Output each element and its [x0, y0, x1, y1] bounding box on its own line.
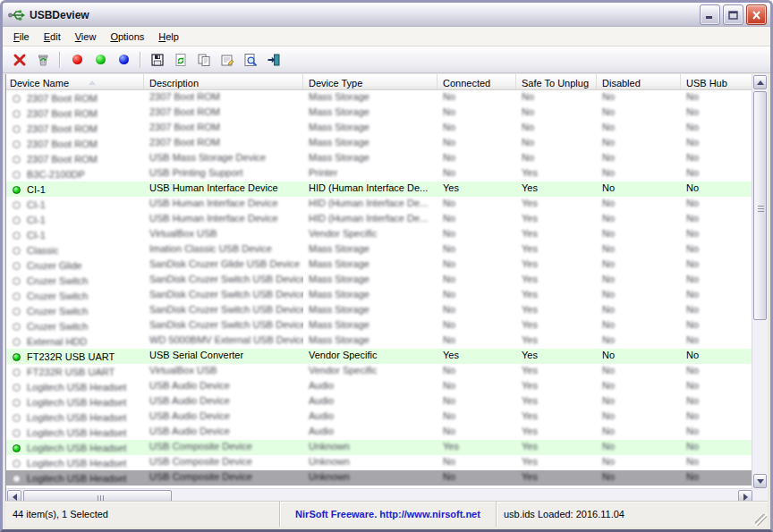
title-bar[interactable]: USBDeview — [3, 3, 770, 27]
menu-view[interactable]: View — [68, 30, 104, 44]
cell-text: No — [686, 395, 699, 406]
table-row[interactable]: 2307 Boot ROM2307 Boot ROMMass StorageNo… — [6, 136, 752, 151]
uninstall-device-button[interactable] — [31, 48, 55, 72]
red-ball-button[interactable] — [65, 48, 89, 72]
maximize-button[interactable] — [723, 4, 743, 25]
cell-text: No — [602, 304, 615, 315]
cell-name: Logitech USB Headset — [6, 440, 144, 455]
table-row[interactable]: Cruzer SwitchSanDisk Cruzer Switch USB D… — [6, 303, 752, 318]
uninstall-icon — [36, 53, 50, 67]
table-row[interactable]: Logitech USB HeadsetUSB Audio DeviceAudi… — [6, 379, 752, 394]
column-header-description[interactable]: Description — [144, 74, 303, 89]
cell-text: USB Audio Device — [149, 426, 230, 436]
table-row[interactable]: 2307 Boot ROM2307 Boot ROMMass StorageNo… — [6, 121, 752, 136]
scroll-up-button[interactable] — [753, 75, 767, 89]
blue-ball-button[interactable] — [112, 48, 135, 72]
column-header-label: Connected — [443, 78, 490, 89]
cell-text: Yes — [522, 410, 538, 421]
table-row[interactable]: Cruzer SwitchSanDisk Cruzer Switch USB D… — [6, 318, 752, 334]
menu-options[interactable]: Options — [103, 30, 151, 44]
menu-file[interactable]: File — [6, 30, 37, 44]
cell-name: CI-1 — [6, 227, 144, 242]
table-row[interactable]: Cruzer GlideSanDisk Cruzer Glide USB Dev… — [6, 258, 752, 273]
table-row[interactable]: Logitech USB HeadsetUSB Composite Device… — [6, 440, 752, 455]
table-row[interactable]: B3C-2100DPUSB Printing SupportPrinterNoY… — [6, 166, 752, 182]
column-header-connected[interactable]: Connected — [437, 74, 516, 89]
cell-type: Audio — [303, 394, 437, 410]
menu-edit[interactable]: Edit — [37, 30, 68, 44]
cell-connected: Yes — [437, 349, 516, 364]
cell-safe: Yes — [516, 318, 597, 334]
table-row[interactable]: ClassicImation Classic USB DeviceMass St… — [6, 242, 752, 258]
cell-name: B3C-2100DP — [6, 166, 144, 182]
cell-text: No — [602, 350, 615, 360]
cell-connected: No — [437, 197, 516, 212]
refresh-button[interactable] — [169, 48, 192, 72]
green-ball-button[interactable] — [89, 48, 112, 72]
menu-help[interactable]: Help — [151, 30, 186, 44]
resize-grip[interactable] — [755, 514, 767, 526]
table-row[interactable]: Logitech USB HeadsetUSB Composite Device… — [6, 455, 752, 470]
cell-text: Yes — [522, 228, 538, 239]
table-row[interactable]: 2307 Boot ROM2307 Boot ROMMass StorageNo… — [6, 90, 752, 106]
table-row[interactable]: 2307 Boot ROMUSB Mass Storage DeviceMass… — [6, 151, 752, 166]
cell-desc: SanDisk Cruzer Switch USB Device — [144, 318, 303, 334]
cell-text: No — [686, 334, 699, 345]
table-row[interactable]: Logitech USB HeadsetUSB Composite Device… — [6, 470, 752, 486]
table-row[interactable]: Cruzer SwitchSanDisk Cruzer Switch USB D… — [6, 273, 752, 288]
table-row[interactable]: CI-1USB Human Interface DeviceHID (Human… — [6, 197, 752, 212]
cell-text: Mass Storage — [309, 274, 370, 284]
vertical-scrollbar[interactable] — [752, 74, 768, 489]
toolbar-separator — [59, 52, 61, 68]
cell-text: No — [443, 395, 455, 406]
cell-text: No — [602, 213, 615, 224]
table-row[interactable]: FT232R USB UARTVirtualBox USBVendor Spec… — [6, 364, 752, 379]
cell-text: USB Human Interface Device — [149, 182, 278, 193]
cell-connected: No — [437, 90, 516, 106]
table-row[interactable]: FT232R USB UARTUSB Serial ConverterVendo… — [6, 349, 752, 364]
cell-text: Imation Classic USB Device — [149, 243, 272, 254]
exit-button[interactable] — [262, 48, 285, 72]
copy-button[interactable] — [192, 48, 216, 72]
find-button[interactable] — [239, 48, 262, 72]
column-header-device-type[interactable]: Device Type — [303, 74, 437, 89]
table-row[interactable]: Logitech USB HeadsetUSB Audio DeviceAudi… — [6, 410, 752, 425]
table-row[interactable]: Logitech USB HeadsetUSB Audio DeviceAudi… — [6, 394, 752, 410]
refresh-icon — [174, 53, 188, 67]
cell-safe: Yes — [516, 394, 597, 410]
cell-type: Mass Storage — [303, 106, 437, 121]
cell-disabled: No — [597, 410, 681, 425]
vertical-scroll-thumb[interactable] — [753, 91, 767, 320]
table-row[interactable]: CI-1VirtualBox USBVendor SpecificNoYesNo… — [6, 227, 752, 242]
cell-text: SanDisk Cruzer Glide USB Device — [149, 258, 300, 269]
cell-type: Mass Storage — [303, 303, 437, 318]
cell-hub: No — [681, 151, 752, 166]
column-header-usb-hub[interactable]: USB Hub — [681, 74, 752, 89]
column-header-safe-to-unplug[interactable]: Safe To Unplug — [516, 74, 597, 89]
minimize-button[interactable] — [700, 4, 720, 25]
disconnect-device-button[interactable] — [8, 48, 31, 72]
cell-disabled: No — [597, 303, 681, 318]
column-header-disabled[interactable]: Disabled — [597, 74, 681, 89]
cell-safe: Yes — [516, 258, 597, 273]
table-row[interactable]: External HDDWD 5000BMV External USB Devi… — [6, 334, 752, 349]
cell-text: 2307 Boot ROM — [27, 154, 98, 165]
properties-button[interactable] — [216, 48, 239, 72]
cell-type: Audio — [303, 425, 437, 440]
table-row[interactable]: Logitech USB HeadsetUSB Audio DeviceAudi… — [6, 425, 752, 440]
cell-text: Yes — [522, 319, 538, 330]
cell-hub: No — [681, 242, 752, 258]
save-button[interactable] — [146, 48, 169, 72]
scroll-down-button[interactable] — [753, 474, 767, 488]
close-button[interactable] — [746, 4, 767, 25]
cell-hub: No — [681, 166, 752, 182]
status-nirsoft-link[interactable]: NirSoft Freeware. http://www.nirsoft.net — [280, 502, 497, 527]
table-row[interactable]: 2307 Boot ROM2307 Boot ROMMass StorageNo… — [6, 106, 752, 121]
column-header-device-name[interactable]: Device Name — [6, 74, 144, 89]
table-row[interactable]: CI-1USB Human Interface DeviceHID (Human… — [6, 212, 752, 227]
cell-disabled: No — [597, 379, 681, 394]
table-row[interactable]: CI-1USB Human Interface DeviceHID (Human… — [6, 182, 752, 197]
table-row[interactable]: Cruzer SwitchSanDisk Cruzer Switch USB D… — [6, 288, 752, 303]
cell-connected: No — [437, 106, 516, 121]
cell-text: Classic — [27, 245, 58, 256]
